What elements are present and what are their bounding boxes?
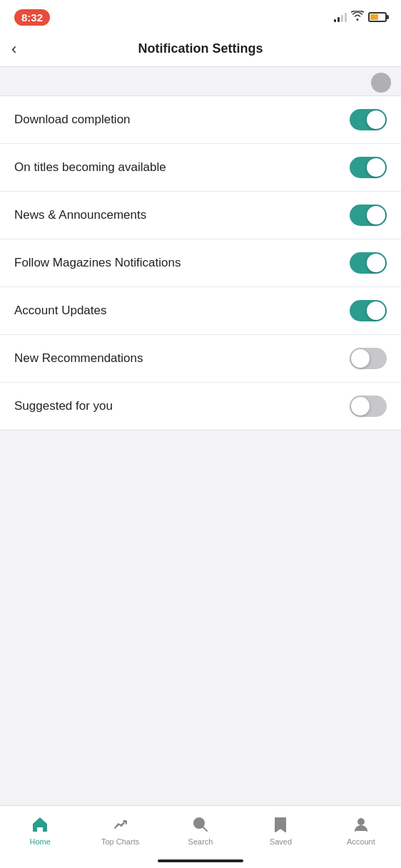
empty-space <box>0 430 401 715</box>
setting-label-follow-magazines-notifications: Follow Magazines Notifications <box>14 256 181 270</box>
setting-item-new-recommendations: New Recommendations <box>0 335 401 383</box>
toggle-new-recommendations[interactable] <box>350 348 387 369</box>
toggle-track-new-recommendations <box>350 348 387 369</box>
scroll-dot <box>371 73 391 93</box>
setting-item-follow-magazines-notifications: Follow Magazines Notifications <box>0 239 401 287</box>
nav-item-saved[interactable]: Saved <box>240 813 320 846</box>
svg-line-1 <box>203 827 208 832</box>
toggle-thumb-follow-magazines <box>367 254 385 272</box>
scroll-indicator <box>0 67 401 95</box>
setting-item-account-updates: Account Updates <box>0 287 401 335</box>
page-header: ‹ Notification Settings <box>0 31 401 67</box>
toggle-thumb-account-updates <box>367 301 385 320</box>
setting-label-download-completion: Download completion <box>14 113 131 127</box>
top-charts-icon <box>111 815 131 835</box>
toggle-suggested-for-you[interactable] <box>350 396 387 417</box>
toggle-track-news <box>350 205 387 226</box>
toggle-track-on-titles <box>350 157 387 178</box>
toggle-news-announcements[interactable] <box>350 205 387 226</box>
status-time: 8:32 <box>14 9 50 26</box>
toggle-track-download-completion <box>350 109 387 130</box>
toggle-account-updates[interactable] <box>350 300 387 321</box>
setting-label-account-updates: Account Updates <box>14 304 106 318</box>
toggle-thumb-on-titles <box>367 158 385 177</box>
toggle-thumb-new-recommendations <box>351 349 370 368</box>
wifi-icon <box>351 11 364 24</box>
search-icon <box>191 815 210 835</box>
toggle-thumb-download-completion <box>367 110 385 129</box>
page-title: Notification Settings <box>34 41 367 56</box>
saved-icon <box>270 815 290 835</box>
nav-label-home: Home <box>30 837 51 846</box>
nav-item-top-charts[interactable]: Top Charts <box>80 813 160 846</box>
settings-list: Download completion On titles becoming a… <box>0 95 401 430</box>
toggle-thumb-suggested-for-you <box>351 397 370 415</box>
nav-label-top-charts: Top Charts <box>101 837 139 846</box>
setting-item-suggested-for-you: Suggested for you <box>0 383 401 430</box>
setting-label-new-recommendations: New Recommendations <box>14 351 143 366</box>
nav-item-account[interactable]: Account <box>321 813 401 846</box>
signal-bars-icon <box>334 12 347 22</box>
status-icons <box>334 11 387 24</box>
battery-icon <box>368 12 387 22</box>
toggle-on-titles-becoming-available[interactable] <box>350 157 387 178</box>
setting-item-news-announcements: News & Announcements <box>0 192 401 239</box>
setting-label-suggested-for-you: Suggested for you <box>14 399 113 413</box>
toggle-track-suggested-for-you <box>350 396 387 417</box>
home-bar <box>158 859 243 862</box>
toggle-track-follow-magazines <box>350 252 387 274</box>
toggle-download-completion[interactable] <box>350 109 387 130</box>
nav-label-saved: Saved <box>270 837 292 846</box>
setting-label-on-titles-becoming-available: On titles becoming available <box>14 160 166 175</box>
toggle-follow-magazines-notifications[interactable] <box>350 252 387 274</box>
nav-item-search[interactable]: Search <box>161 813 240 846</box>
toggle-thumb-news <box>367 206 385 224</box>
status-bar: 8:32 <box>0 0 401 31</box>
svg-point-2 <box>358 819 364 825</box>
account-icon <box>351 815 371 835</box>
nav-label-search: Search <box>188 837 213 846</box>
toggle-track-account-updates <box>350 300 387 321</box>
back-button[interactable]: ‹ <box>11 40 34 58</box>
setting-item-on-titles-becoming-available: On titles becoming available <box>0 144 401 192</box>
bottom-nav: Home Top Charts Search Saved <box>0 805 401 868</box>
nav-label-account: Account <box>347 837 375 846</box>
setting-label-news-announcements: News & Announcements <box>14 208 146 222</box>
setting-item-download-completion: Download completion <box>0 96 401 144</box>
home-icon <box>30 815 50 835</box>
nav-item-home[interactable]: Home <box>0 813 80 846</box>
